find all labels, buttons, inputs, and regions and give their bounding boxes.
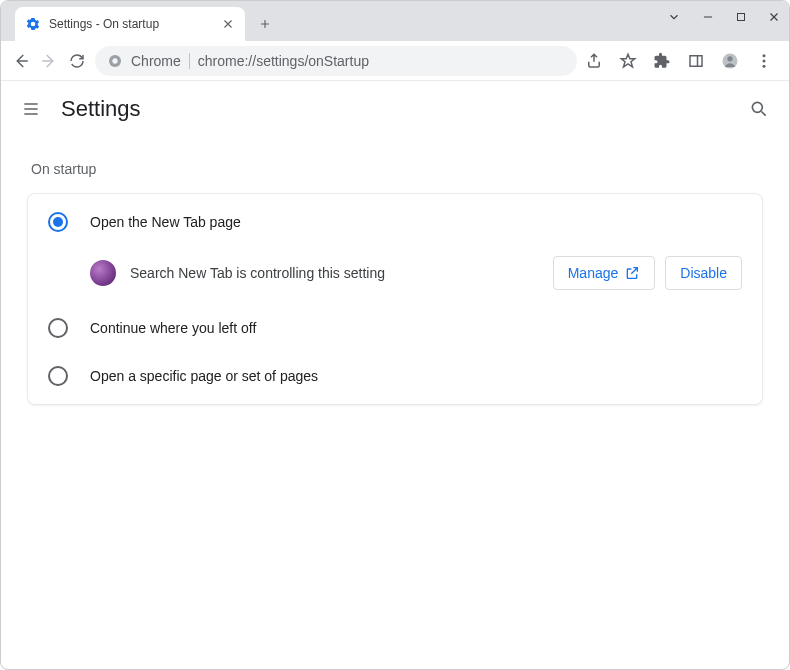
- extension-notice-text: Search New Tab is controlling this setti…: [130, 265, 539, 281]
- chevron-down-icon[interactable]: [667, 10, 681, 24]
- address-bar: Chrome chrome://settings/onStartup: [1, 41, 789, 81]
- disable-button-label: Disable: [680, 265, 727, 281]
- settings-header: Settings: [1, 81, 789, 137]
- search-icon[interactable]: [749, 99, 769, 119]
- back-button[interactable]: [11, 51, 31, 71]
- option-specific-pages[interactable]: Open a specific page or set of pages: [28, 352, 762, 400]
- extension-notice-row: Search New Tab is controlling this setti…: [28, 246, 762, 304]
- maximize-icon[interactable]: [735, 11, 747, 23]
- option-label: Open the New Tab page: [90, 214, 241, 230]
- svg-point-9: [752, 102, 762, 112]
- startup-card: Open the New Tab page Search New Tab is …: [27, 193, 763, 405]
- disable-button[interactable]: Disable: [665, 256, 742, 290]
- open-external-icon: [624, 265, 640, 281]
- option-new-tab[interactable]: Open the New Tab page: [28, 198, 762, 246]
- option-continue[interactable]: Continue where you left off: [28, 304, 762, 352]
- option-label: Continue where you left off: [90, 320, 256, 336]
- option-label: Open a specific page or set of pages: [90, 368, 318, 384]
- minimize-icon[interactable]: [701, 10, 715, 24]
- close-window-icon[interactable]: [767, 10, 781, 24]
- chrome-icon: [107, 53, 123, 69]
- settings-content: On startup Open the New Tab page Search …: [1, 137, 789, 425]
- extension-icon: [90, 260, 116, 286]
- svg-rect-0: [738, 14, 745, 21]
- page-title: Settings: [61, 96, 141, 122]
- bookmark-star-icon[interactable]: [619, 52, 637, 70]
- manage-button-label: Manage: [568, 265, 619, 281]
- radio-icon[interactable]: [48, 212, 68, 232]
- url-scheme-label: Chrome: [131, 53, 181, 69]
- omnibox[interactable]: Chrome chrome://settings/onStartup: [95, 46, 577, 76]
- svg-point-5: [727, 56, 732, 61]
- gear-icon: [25, 16, 41, 32]
- share-icon[interactable]: [585, 52, 603, 70]
- hamburger-menu-icon[interactable]: [21, 99, 41, 119]
- divider: [189, 53, 190, 69]
- sidepanel-icon[interactable]: [687, 52, 705, 70]
- url-text: chrome://settings/onStartup: [198, 53, 369, 69]
- svg-point-2: [112, 58, 117, 63]
- svg-point-8: [763, 64, 766, 67]
- close-icon[interactable]: [221, 17, 235, 31]
- svg-rect-3: [690, 55, 702, 66]
- new-tab-button[interactable]: [251, 10, 279, 38]
- kebab-menu-icon[interactable]: [755, 52, 773, 70]
- browser-tab[interactable]: Settings - On startup: [15, 7, 245, 41]
- section-title: On startup: [31, 161, 763, 177]
- extensions-icon[interactable]: [653, 52, 671, 70]
- window-controls: [667, 1, 781, 33]
- radio-icon[interactable]: [48, 366, 68, 386]
- reload-button[interactable]: [67, 51, 87, 71]
- svg-point-6: [763, 54, 766, 57]
- radio-icon[interactable]: [48, 318, 68, 338]
- forward-button[interactable]: [39, 51, 59, 71]
- svg-point-7: [763, 59, 766, 62]
- tab-title: Settings - On startup: [49, 17, 213, 31]
- profile-icon[interactable]: [721, 52, 739, 70]
- manage-button[interactable]: Manage: [553, 256, 656, 290]
- window-titlebar: Settings - On startup: [1, 1, 789, 41]
